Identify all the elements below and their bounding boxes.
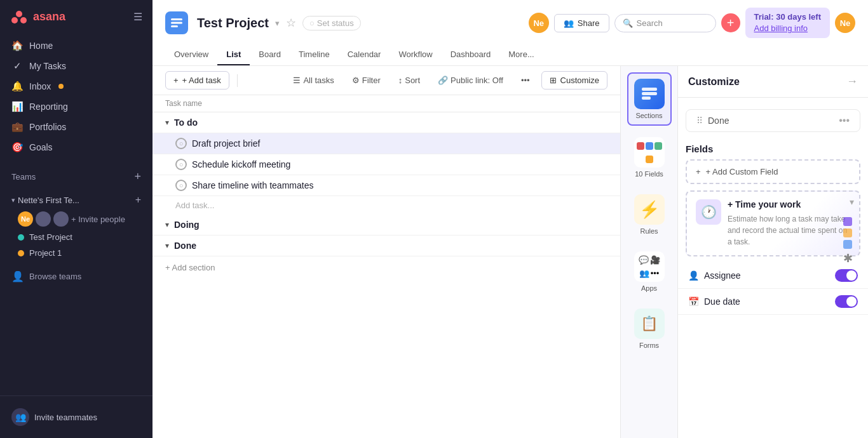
- person-icon: 👤: [11, 270, 24, 282]
- task-area: + + Add task ☰ All tasks ⚙ Filter ↕: [153, 66, 868, 438]
- share-button[interactable]: 👥 Share: [554, 14, 609, 32]
- tab-more[interactable]: More...: [499, 44, 543, 65]
- customize-button[interactable]: ⊞ Customize: [541, 71, 607, 90]
- bell-icon: 🔔: [11, 81, 23, 92]
- user-avatar-right[interactable]: Ne: [835, 13, 855, 33]
- sort-button[interactable]: ↕ Sort: [392, 72, 426, 88]
- team-section: ▾ Nette's First Te... + Ne + Invite peop…: [0, 189, 153, 263]
- add-billing-link[interactable]: Add billing info: [754, 23, 822, 34]
- invite-teammates-button[interactable]: 👥 Invite teammates: [5, 404, 147, 430]
- due-date-toggle[interactable]: [835, 295, 858, 308]
- filter-button[interactable]: ⚙ Filter: [346, 72, 387, 88]
- task-name: Schedule kickoff meeting: [192, 159, 290, 169]
- search-box[interactable]: 🔍 Search: [614, 14, 716, 32]
- table-row[interactable]: ○ Share timeline with teammates: [153, 175, 620, 196]
- browse-teams-button[interactable]: 👤 Browse teams: [5, 266, 147, 287]
- sidebar-item-inbox[interactable]: 🔔 Inbox: [5, 76, 147, 96]
- sidebar-item-project-1[interactable]: Project 1: [5, 245, 147, 261]
- project-label: Test Project: [29, 232, 72, 242]
- search-label: Search: [637, 18, 663, 28]
- tab-overview[interactable]: Overview: [165, 44, 217, 65]
- done-row-options[interactable]: •••: [839, 115, 850, 126]
- assignee-toggle[interactable]: [835, 269, 858, 282]
- task-check[interactable]: ○: [175, 159, 187, 170]
- task-name: Draft project brief: [192, 138, 260, 149]
- panel-card-apps[interactable]: 💬 🎥 👥 ••• Apps: [627, 246, 672, 297]
- tab-list[interactable]: List: [217, 44, 250, 65]
- all-tasks-button[interactable]: ☰ All tasks: [287, 72, 340, 88]
- section-to-do[interactable]: ▾ To do: [153, 112, 620, 133]
- panel-card-forms[interactable]: 📋 Forms: [627, 303, 672, 354]
- sort-label: Sort: [405, 76, 420, 85]
- close-button[interactable]: →: [846, 75, 858, 88]
- dropdown-icon[interactable]: ▾: [275, 18, 280, 28]
- panel-card-label: Rules: [640, 227, 658, 235]
- task-list: + + Add task ☰ All tasks ⚙ Filter ↕: [153, 66, 620, 438]
- tab-dashboard[interactable]: Dashboard: [442, 44, 500, 65]
- add-team-button[interactable]: +: [134, 170, 141, 183]
- reporting-icon: 📊: [11, 101, 23, 112]
- tab-timeline[interactable]: Timeline: [290, 44, 339, 65]
- apps-icon: 💬 🎥 👥 •••: [634, 251, 665, 282]
- user-avatar[interactable]: Ne: [529, 13, 549, 33]
- svg-rect-8: [642, 96, 651, 100]
- sections-icon: [634, 79, 665, 109]
- task-check[interactable]: ○: [175, 138, 187, 149]
- logo-text: asana: [33, 10, 65, 23]
- task-check[interactable]: ○: [175, 180, 187, 191]
- public-link-button[interactable]: 🔗 Public link: Off: [431, 72, 510, 88]
- fields-icon: [634, 137, 665, 168]
- panel-card-label: Sections: [635, 112, 662, 119]
- add-button[interactable]: +: [721, 13, 740, 32]
- panel-card-sections[interactable]: Sections: [627, 72, 672, 126]
- sidebar-item-home[interactable]: 🏠 Home: [5, 36, 147, 56]
- svg-point-0: [16, 11, 22, 17]
- panel-card-label: 10 Fields: [635, 170, 663, 178]
- section-doing[interactable]: ▾ Doing: [153, 215, 620, 236]
- section-done[interactable]: ▾ Done: [153, 236, 620, 256]
- sidebar-item-label: Reporting: [29, 102, 68, 112]
- logo[interactable]: asana: [10, 8, 65, 25]
- tab-workflow[interactable]: Workflow: [390, 44, 441, 65]
- svg-rect-5: [171, 25, 178, 27]
- table-row[interactable]: ○ Draft project brief: [153, 133, 620, 154]
- sidebar-nav: 🏠 Home ✓ My Tasks 🔔 Inbox 📊 Reporting 💼 …: [0, 33, 153, 160]
- svg-rect-6: [642, 88, 657, 91]
- clock-icon: 🕐: [701, 204, 717, 220]
- share-label: Share: [578, 18, 600, 28]
- set-status-button[interactable]: ○ Set status: [302, 16, 361, 30]
- star-icon[interactable]: ☆: [286, 16, 296, 30]
- rules-icon: ⚡: [634, 194, 665, 225]
- more-options-button[interactable]: •••: [515, 72, 536, 88]
- customize-header: Customize →: [678, 66, 868, 98]
- add-task-button[interactable]: + + Add task: [165, 71, 229, 90]
- teams-label: Teams: [11, 172, 36, 182]
- team-add-button[interactable]: +: [135, 194, 141, 206]
- add-task-inline[interactable]: Add task...: [153, 196, 620, 215]
- add-custom-field-button[interactable]: + + Add Custom Field: [686, 159, 860, 184]
- nav-tabs: Overview List Board Timeline Calendar Wo…: [165, 44, 855, 65]
- panel-card-fields[interactable]: 10 Fields: [627, 132, 672, 183]
- chevron-button[interactable]: ▾: [850, 197, 854, 207]
- sidebar-item-test-project[interactable]: Test Project: [5, 229, 147, 245]
- sidebar-item-label: Home: [29, 41, 53, 51]
- invite-teammates-label: Invite teammates: [34, 413, 97, 422]
- promo-desc: Estimate how long a task may take and re…: [728, 213, 850, 248]
- promo-decorations: ✱: [843, 217, 853, 265]
- add-task-placeholder: Add task...: [175, 201, 214, 210]
- sidebar-item-goals[interactable]: 🎯 Goals: [5, 137, 147, 157]
- team-header[interactable]: ▾ Nette's First Te... +: [5, 191, 147, 209]
- avatar: [53, 211, 69, 227]
- sidebar-item-portfolios[interactable]: 💼 Portfolios: [5, 117, 147, 137]
- table-row[interactable]: ○ Schedule kickoff meeting: [153, 154, 620, 175]
- sidebar-item-reporting[interactable]: 📊 Reporting: [5, 96, 147, 117]
- invite-people-link[interactable]: + Invite people: [71, 215, 125, 224]
- add-section-button[interactable]: + Add section: [153, 256, 620, 279]
- tab-board[interactable]: Board: [250, 44, 290, 65]
- public-link-label: Public link: Off: [451, 76, 503, 85]
- tab-calendar[interactable]: Calendar: [339, 44, 390, 65]
- sidebar-item-my-tasks[interactable]: ✓ My Tasks: [5, 56, 147, 76]
- menu-icon[interactable]: ☰: [133, 11, 142, 23]
- panel-card-rules[interactable]: ⚡ Rules: [627, 189, 672, 240]
- field-label-due-date: 📅 Due date: [688, 296, 740, 307]
